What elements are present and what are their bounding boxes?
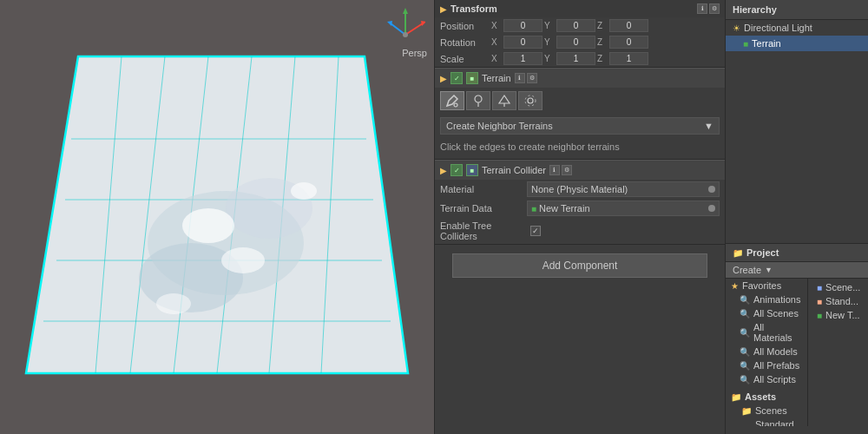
svg-marker-24 bbox=[387, 21, 392, 26]
collider-icon2[interactable]: ⚙ bbox=[562, 165, 572, 175]
scenes-folder-icon: 📁 bbox=[741, 406, 752, 416]
new-terrain-file-icon: ■ bbox=[817, 311, 822, 320]
terrain-check-icon: ✓ bbox=[450, 72, 463, 84]
svg-point-27 bbox=[475, 95, 482, 102]
favorites-scenes[interactable]: 🔍 All Scenes bbox=[726, 306, 807, 320]
svg-marker-29 bbox=[499, 95, 510, 103]
search-mat-icon: 🔍 bbox=[740, 328, 750, 338]
assets-header[interactable]: 📁 Assets bbox=[726, 390, 807, 404]
light-icon: ☀ bbox=[733, 23, 740, 33]
position-y[interactable] bbox=[556, 19, 595, 32]
create-button[interactable]: Create ▼ bbox=[726, 262, 868, 279]
transform-icon2[interactable]: ⚙ bbox=[709, 3, 720, 14]
rotation-z[interactable] bbox=[609, 36, 648, 49]
neighbor-dropdown-label: Create Neighbor Terrains bbox=[446, 121, 553, 131]
terrain-collider-section: ▶ ✓ ■ Terrain Collider ℹ ⚙ Material None… bbox=[435, 160, 725, 245]
search-scripts-icon: 🔍 bbox=[740, 375, 750, 385]
enable-tree-label: Enable Tree Colliders bbox=[440, 220, 527, 241]
terrain-data-dot[interactable] bbox=[708, 205, 715, 212]
terrain-tab-foliage[interactable] bbox=[466, 91, 490, 110]
scale-z[interactable] bbox=[609, 52, 648, 65]
collider-type-icon: ■ bbox=[466, 164, 478, 176]
svg-point-26 bbox=[454, 103, 457, 107]
svg-point-17 bbox=[156, 293, 191, 314]
terrain-tabs bbox=[435, 88, 725, 114]
dropdown-arrow-icon: ▼ bbox=[704, 121, 713, 131]
scale-x[interactable] bbox=[503, 52, 542, 65]
svg-line-21 bbox=[405, 23, 423, 35]
scene-view[interactable]: Persp bbox=[0, 0, 434, 434]
neighbor-terrain-section: Create Neighbor Terrains ▼ bbox=[435, 114, 725, 138]
right-item-new-terrain[interactable]: ■ New T... bbox=[812, 308, 865, 322]
search-scenes-icon: 🔍 bbox=[740, 309, 750, 319]
assets-standard[interactable]: 📁 Standard A bbox=[726, 418, 807, 426]
favorites-header[interactable]: ★ Favorites bbox=[726, 279, 807, 293]
position-z[interactable] bbox=[609, 19, 648, 32]
project-right-panel: ■ Scene... ■ Stand... ■ New T... bbox=[808, 279, 868, 426]
terrain-header[interactable]: ▶ ✓ ■ Terrain ℹ ⚙ bbox=[435, 68, 725, 88]
scale-y[interactable] bbox=[556, 52, 595, 65]
standard-folder-icon: 📁 bbox=[741, 425, 752, 427]
search-anim-icon: 🔍 bbox=[740, 295, 750, 305]
project-left-panel: ★ Favorites 🔍 Animations 🔍 All Scenes 🔍 … bbox=[726, 279, 808, 426]
hierarchy-item-directional-light[interactable]: ☀ Directional Light bbox=[726, 20, 868, 36]
standard-file-icon: ■ bbox=[817, 297, 822, 306]
terrain-icon2[interactable]: ⚙ bbox=[527, 73, 537, 83]
terrain-data-value: New Terrain bbox=[539, 203, 590, 214]
hierarchy-panel: Hierarchy ☀ Directional Light ■ Terrain bbox=[726, 0, 868, 243]
position-label: Position bbox=[440, 21, 488, 31]
right-item-standard[interactable]: ■ Stand... bbox=[812, 294, 865, 308]
terrain-data-label: Terrain Data bbox=[440, 203, 527, 214]
position-x[interactable] bbox=[503, 19, 542, 32]
terrain-tab-trees[interactable] bbox=[492, 91, 516, 110]
project-header: 📁 Project bbox=[726, 244, 868, 262]
rotation-y[interactable] bbox=[556, 36, 595, 49]
collider-check-icon: ✓ bbox=[450, 164, 463, 176]
favorites-animations[interactable]: 🔍 Animations bbox=[726, 293, 807, 306]
transform-icon1[interactable]: ℹ bbox=[697, 3, 707, 14]
assets-scenes[interactable]: 📁 Scenes bbox=[726, 404, 807, 418]
terrain-tab-paint[interactable] bbox=[440, 91, 464, 110]
material-dot[interactable] bbox=[708, 186, 715, 193]
project-title: Project bbox=[746, 247, 779, 258]
favorites-prefabs[interactable]: 🔍 All Prefabs bbox=[726, 358, 807, 372]
enable-tree-checkbox[interactable]: ✓ bbox=[530, 226, 541, 236]
terrain-section: ▶ ✓ ■ Terrain ℹ ⚙ bbox=[435, 68, 725, 160]
svg-point-25 bbox=[403, 32, 408, 37]
create-arrow-icon: ▼ bbox=[765, 266, 773, 274]
favorites-materials[interactable]: 🔍 All Materials bbox=[726, 320, 807, 345]
rotation-label: Rotation bbox=[440, 37, 488, 48]
transform-section: ▶ Transform ℹ ⚙ Position X Y Z bbox=[435, 0, 725, 68]
terrain-type-icon: ■ bbox=[466, 72, 478, 84]
star-icon: ★ bbox=[731, 281, 739, 291]
create-neighbor-dropdown[interactable]: Create Neighbor Terrains ▼ bbox=[440, 117, 720, 135]
rotation-x[interactable] bbox=[503, 36, 542, 49]
svg-point-18 bbox=[291, 182, 317, 200]
favorites-scripts[interactable]: 🔍 All Scripts bbox=[726, 372, 807, 386]
terrain-data-row: Terrain Data ■ New Terrain bbox=[435, 199, 725, 218]
rotation-row: Rotation X Y Z bbox=[435, 34, 725, 50]
svg-marker-20 bbox=[403, 8, 408, 14]
terrain-tab-settings[interactable] bbox=[518, 91, 542, 110]
svg-point-15 bbox=[182, 208, 234, 243]
terrain-icon1[interactable]: ℹ bbox=[515, 73, 525, 83]
svg-point-32 bbox=[525, 95, 536, 106]
add-component-button[interactable]: Add Component bbox=[452, 253, 707, 278]
hierarchy-item-terrain[interactable]: ■ Terrain bbox=[726, 36, 868, 51]
collider-header[interactable]: ▶ ✓ ■ Terrain Collider ℹ ⚙ bbox=[435, 160, 725, 180]
transform-title: Transform bbox=[450, 3, 694, 14]
favorites-models[interactable]: 🔍 All Models bbox=[726, 345, 807, 358]
right-item-scene[interactable]: ■ Scene... bbox=[812, 280, 865, 294]
collider-icon1[interactable]: ℹ bbox=[549, 165, 560, 175]
collider-title: Terrain Collider bbox=[482, 165, 546, 175]
transform-header[interactable]: ▶ Transform ℹ ⚙ bbox=[435, 0, 725, 17]
material-row: Material None (Physic Material) bbox=[435, 180, 725, 199]
terrain-data-icon: ■ bbox=[531, 204, 536, 214]
neighbor-hint: Click the edges to create neighbor terra… bbox=[435, 138, 725, 159]
inspector-panel: ▶ Transform ℹ ⚙ Position X Y Z bbox=[434, 0, 725, 434]
terrain-title: Terrain bbox=[482, 73, 511, 83]
search-prefabs-icon: 🔍 bbox=[740, 361, 750, 371]
scale-label: Scale bbox=[440, 54, 488, 64]
scene-gizmo bbox=[386, 4, 425, 48]
project-panel: 📁 Project Create ▼ ★ Favorites 🔍 Animati… bbox=[726, 243, 868, 434]
